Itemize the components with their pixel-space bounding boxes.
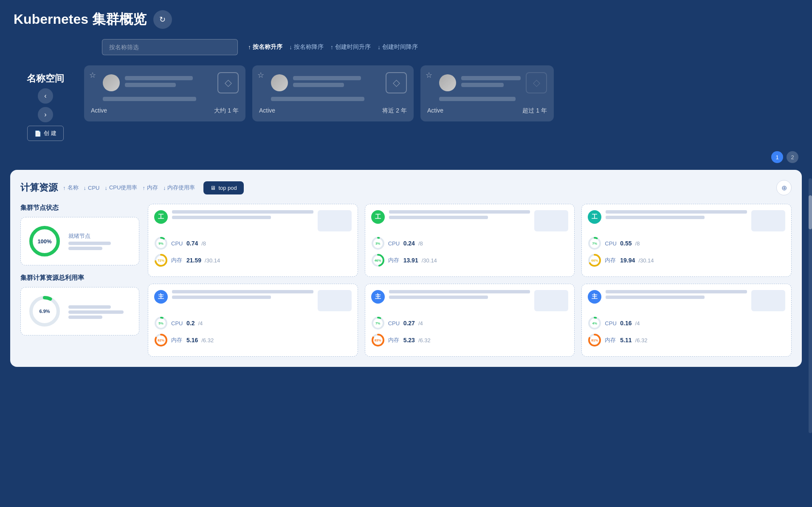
page-1-button[interactable]: 1 bbox=[771, 151, 783, 163]
cpu-circle-0: 9% bbox=[154, 237, 168, 250]
cpu-pct-text-0: 9% bbox=[158, 242, 164, 245]
sort-name-desc[interactable]: ↓ 按名称降序 bbox=[289, 43, 324, 51]
cluster-status-card: 100% 就绪节点 bbox=[20, 217, 139, 265]
mem-metric-0: 72% 内存 21.59 /30.14 bbox=[154, 254, 352, 267]
mem-metric-4: 83% 内存 5.23 /6.32 bbox=[371, 333, 569, 347]
mem-pct-text-2: 66% bbox=[591, 259, 598, 262]
resource-blurred-1 bbox=[68, 305, 111, 309]
cpu-total-0: /8 bbox=[201, 240, 206, 247]
ns-detail-0 bbox=[91, 97, 239, 101]
node-screenshot-5 bbox=[751, 290, 785, 311]
ns-avatar-0 bbox=[103, 74, 120, 91]
sort-mem-usage-tag[interactable]: ↓ 内存使用率 bbox=[163, 184, 195, 192]
node-sub-blurred-5 bbox=[606, 296, 705, 299]
node-name-blurred-0 bbox=[172, 210, 313, 214]
ns-name-blurred-0 bbox=[125, 76, 193, 80]
namespace-title: 名称空间 bbox=[27, 72, 64, 85]
sort-time-asc[interactable]: ↑ 创建时间升序 bbox=[330, 43, 371, 51]
mem-label-3: 内存 bbox=[171, 336, 183, 344]
node-header-1: 工 bbox=[371, 210, 569, 231]
sort-desc-icon: ↓ bbox=[289, 44, 292, 51]
cpu-pct-text-5: 4% bbox=[592, 321, 598, 325]
node-card-2: 工 7% CPU 0.55 /8 bbox=[581, 204, 792, 277]
cpu-label-2: CPU bbox=[605, 240, 617, 247]
node-info-0 bbox=[172, 210, 313, 221]
star-button-1[interactable]: ☆ bbox=[257, 70, 264, 80]
mem-label-1: 内存 bbox=[388, 256, 400, 264]
compute-grid: 集群节点状态 100% bbox=[20, 204, 792, 357]
ns-name-area-0 bbox=[125, 76, 212, 90]
mem-total-3: /6.32 bbox=[201, 337, 214, 344]
pagination: 1 2 bbox=[0, 148, 812, 166]
ns-detail-blurred-0 bbox=[103, 97, 196, 101]
sort-cpu-usage-tag[interactable]: ↓ CPU使用率 bbox=[104, 184, 137, 192]
mem-total-2: /30.14 bbox=[638, 257, 654, 264]
mem-circle-3: 82% bbox=[154, 333, 168, 347]
scrollbar-thumb[interactable] bbox=[809, 195, 812, 229]
sort-cpu-usage-arrow: ↓ bbox=[104, 185, 107, 191]
mem-total-0: /30.14 bbox=[205, 257, 220, 264]
nodes-grid: 工 9% CPU 0.74 /8 bbox=[148, 204, 792, 357]
node-info-4 bbox=[389, 290, 530, 301]
node-icon-0: 工 bbox=[154, 210, 168, 224]
namespace-section: 名称空间 ‹ › 📄 创 建 ☆ ◇ bbox=[0, 62, 812, 144]
namespace-card-0[interactable]: ☆ ◇ Active 大约 1 年 bbox=[84, 65, 245, 121]
ns-cube-icon-1: ◇ bbox=[386, 72, 407, 93]
star-button-0[interactable]: ☆ bbox=[89, 70, 96, 80]
header: Kubernetes 集群概览 ↻ bbox=[0, 0, 812, 36]
mem-pct-text-0: 72% bbox=[158, 259, 164, 262]
zoom-icon: ⊕ bbox=[781, 184, 787, 192]
sort-options: ↑ 按名称升序 ↓ 按名称降序 ↑ 创建时间升序 ↓ 创建时间降序 bbox=[248, 43, 418, 51]
mem-label-0: 内存 bbox=[171, 256, 183, 264]
node-screenshot-2 bbox=[751, 210, 785, 231]
mem-value-5: 5.11 bbox=[620, 337, 632, 344]
ns-sub-blurred-1 bbox=[293, 83, 344, 87]
ready-pct-label: 100% bbox=[37, 238, 51, 245]
ns-card-header-1: ◇ bbox=[259, 72, 407, 93]
zoom-button[interactable]: ⊕ bbox=[776, 180, 792, 195]
sort-name-tag[interactable]: ↑ 名称 bbox=[63, 184, 79, 192]
cpu-circle-2: 7% bbox=[588, 237, 601, 250]
left-panel: 集群节点状态 100% bbox=[20, 204, 139, 357]
cpu-circle-5: 4% bbox=[588, 316, 601, 330]
scrollbar-track bbox=[809, 178, 812, 433]
mem-label-5: 内存 bbox=[605, 336, 617, 344]
mem-total-1: /30.14 bbox=[422, 257, 437, 264]
mem-circle-4: 83% bbox=[371, 333, 385, 347]
node-icon-1: 工 bbox=[371, 210, 385, 224]
namespace-card-2[interactable]: ☆ ◇ Active 超过 1 年 bbox=[420, 65, 554, 121]
sort-name-asc[interactable]: ↑ 按名称升序 bbox=[248, 43, 282, 51]
refresh-button[interactable]: ↻ bbox=[153, 10, 172, 29]
compute-header: 计算资源 ↑ 名称 ↓ CPU ↓ CPU使用率 ↑ 内存 ↓ 内存使用率 bbox=[20, 180, 792, 195]
ns-footer-2: Active 超过 1 年 bbox=[427, 104, 547, 115]
ns-detail-blurred-2 bbox=[439, 97, 516, 101]
mem-pct-text-3: 82% bbox=[158, 338, 164, 342]
nav-prev-button[interactable]: ‹ bbox=[38, 88, 53, 104]
sort-time-desc[interactable]: ↓ 创建时间降序 bbox=[378, 43, 418, 51]
top-pod-button[interactable]: 🖥 top pod bbox=[203, 181, 243, 194]
mem-total-4: /6.32 bbox=[418, 337, 431, 344]
node-icon-2: 工 bbox=[588, 210, 601, 224]
sort-asc-icon: ↑ bbox=[248, 44, 251, 51]
nav-next-button[interactable]: › bbox=[38, 107, 53, 122]
mem-total-5: /6.32 bbox=[635, 337, 648, 344]
star-button-2[interactable]: ☆ bbox=[426, 70, 432, 80]
node-screenshot-4 bbox=[534, 290, 568, 311]
node-screenshot-0 bbox=[318, 210, 352, 231]
node-info-1 bbox=[389, 210, 530, 221]
namespace-cards: ☆ ◇ Active 大约 1 年 bbox=[84, 65, 798, 121]
cpu-label-3: CPU bbox=[171, 320, 183, 327]
sort-cpu-tag[interactable]: ↓ CPU bbox=[84, 185, 100, 191]
search-input[interactable] bbox=[102, 39, 238, 55]
namespace-card-1[interactable]: ☆ ◇ Active 将近 2 年 bbox=[252, 65, 414, 121]
node-sub-blurred-1 bbox=[389, 216, 488, 219]
create-icon: 📄 bbox=[34, 130, 41, 137]
sort-mem-tag[interactable]: ↑ 内存 bbox=[142, 184, 158, 192]
cpu-label-4: CPU bbox=[388, 320, 400, 327]
mem-metric-3: 82% 内存 5.16 /6.32 bbox=[154, 333, 352, 347]
page-2-button[interactable]: 2 bbox=[787, 151, 798, 163]
cpu-total-5: /4 bbox=[635, 320, 640, 327]
sort-mem-usage-arrow: ↓ bbox=[163, 185, 166, 191]
create-namespace-button[interactable]: 📄 创 建 bbox=[27, 126, 64, 141]
node-header-2: 工 bbox=[588, 210, 785, 231]
